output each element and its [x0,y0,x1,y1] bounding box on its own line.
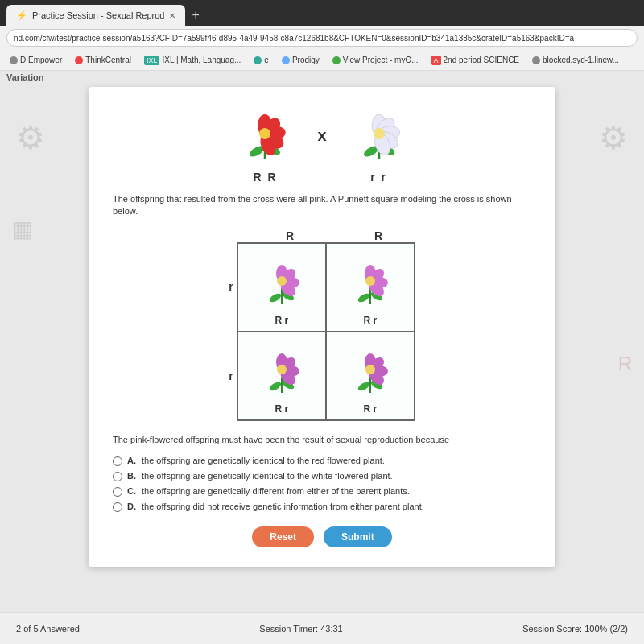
red-flower-container: R R [237,103,293,184]
address-bar [0,26,644,50]
bookmark-dot [332,56,341,64]
score-section: Session Score: 100% (2/2) [522,624,628,634]
mini-flower-2 [346,256,394,312]
punnett-grid: R r [237,242,415,421]
new-tab-button[interactable]: + [185,5,205,26]
tab-close-button[interactable]: ✕ [169,11,175,20]
punnett-cell-4: R r [326,332,415,420]
timer-value: 43:31 [320,624,343,634]
svg-point-27 [357,291,371,303]
description-text: The offspring that resulted from the cro… [113,193,531,218]
option-d[interactable]: D. the offspring did not receive genetic… [113,502,531,512]
bookmark-icon: A [431,56,441,65]
reset-button[interactable]: Reset [252,526,314,547]
main-card: R R x [89,87,555,567]
bg-gear-right: ⚙ [599,119,628,156]
svg-point-19 [268,291,283,303]
score-label: Session Score: [522,624,582,634]
white-flower-svg [351,103,407,167]
punnett-section: R R r r [113,229,531,421]
bookmark-icon: IXL [144,56,160,65]
content-wrapper: Variation ⚙ ⚙ ▦ R [0,71,644,612]
buttons-row: Reset Submit [113,526,531,547]
mini-flower-1 [258,256,306,312]
punnett-body: r r [229,242,415,421]
bookmark-dot [10,56,18,64]
submit-button[interactable]: Submit [324,526,392,547]
svg-point-8 [259,128,270,139]
svg-point-43 [357,380,371,392]
bookmark-ixl[interactable]: IXL IXL | Math, Languag... [141,55,244,66]
page-label: Variation [6,72,43,82]
option-d-letter: D. [127,502,137,511]
bookmark-label: ThinkCentral [85,56,131,64]
mini-flower-3 [258,345,306,400]
address-input[interactable] [6,29,638,47]
browser-chrome: ⚡ Practice Session - Sexual Reprod ✕ + D… [0,0,644,71]
svg-point-17 [374,128,385,139]
bg-icon-left: ▦ [12,216,33,242]
bookmark-dot [254,56,262,64]
punnett-row-header-1: r [229,242,233,331]
svg-point-49 [365,365,375,374]
mini-flower-4 [346,345,394,400]
bookmark-empower[interactable]: D Empower [6,55,65,65]
bookmark-prodigy[interactable]: Prodigy [279,55,323,65]
bookmark-label: D Empower [20,56,62,64]
bookmark-label: blocked.syd-1.linew... [543,56,619,64]
red-flower-svg [237,103,293,167]
option-a-text: the offspring are genetically identical … [142,456,385,465]
punnett-cell-2: R r [326,243,415,332]
bookmark-label: e [264,56,269,64]
active-tab[interactable]: ⚡ Practice Session - Sexual Reprod ✕ [6,5,185,26]
bookmark-label: Prodigy [292,56,320,64]
bookmark-science[interactable]: A 2nd period SCIENCE [428,55,523,66]
bookmark-e[interactable]: e [250,55,272,65]
question-text: The pink-flowered offspring must have be… [113,434,531,446]
bookmark-dot [532,56,540,64]
punnett-col-header-2: R [334,229,423,242]
option-b[interactable]: B. the offspring are genetically identic… [113,471,531,481]
tab-bar: ⚡ Practice Session - Sexual Reprod ✕ + [0,0,644,26]
status-bar: 2 of 5 Answered Session Timer: 43:31 Ses… [0,612,644,644]
option-b-letter: B. [127,471,137,481]
option-a[interactable]: A. the offspring are genetically identic… [113,456,531,466]
option-b-text: the offspring are genetically identical … [142,471,393,481]
option-a-letter: A. [127,456,137,465]
bookmark-label: 2nd period SCIENCE [444,56,520,64]
radio-a[interactable] [113,456,122,466]
answer-options: A. the offspring are genetically identic… [113,456,531,512]
punnett-cell-label-4: R r [363,403,377,415]
timer-section: Session Timer: 43:31 [259,624,342,634]
punnett-row-header-2: r [229,332,233,420]
option-c[interactable]: C. the offspring are genetically differe… [113,486,531,497]
option-d-text: the offspring did not receive genetic in… [142,502,424,511]
flowers-row: R R x [113,103,531,184]
radio-b[interactable] [113,472,122,481]
bookmarks-bar: D Empower ThinkCentral IXL IXL | Math, L… [0,50,644,71]
bg-r-icon: R [618,353,632,375]
tab-icon: ⚡ [16,10,27,21]
punnett-cell-label-3: R r [275,403,288,415]
punnett-cell-label-1: R r [275,315,288,326]
white-flower-container: r r [351,103,407,184]
bookmark-viewproject[interactable]: View Project - myO... [329,55,422,65]
punnett-cell-label-2: R r [363,315,377,326]
answered-status: 2 of 5 Answered [16,624,80,634]
bookmark-blocked[interactable]: blocked.syd-1.linew... [529,55,622,65]
option-c-text: the offspring are genetically different … [142,486,410,496]
tab-title: Practice Session - Sexual Reprod [32,10,164,20]
svg-point-41 [277,365,287,374]
punnett-cell-3: R r [237,332,326,420]
bookmark-dot [282,56,290,64]
red-flower-label: R R [253,171,277,184]
punnett-cell-1: R r [237,243,326,332]
bookmark-thinkcentral[interactable]: ThinkCentral [72,55,134,65]
svg-point-33 [365,276,375,286]
punnett-header-row: R R [246,229,423,242]
radio-c[interactable] [113,487,122,497]
white-flower-label: r r [370,171,387,184]
bookmark-label: View Project - myO... [343,56,419,64]
svg-point-35 [268,380,283,392]
radio-d[interactable] [113,502,122,512]
